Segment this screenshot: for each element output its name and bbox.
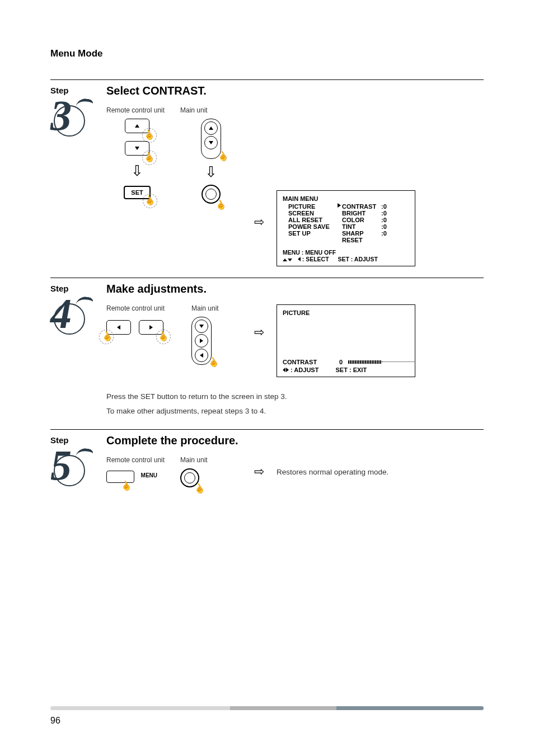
remote-label: Remote control unit [106, 304, 179, 313]
step3-heading: Select CONTRAST. [106, 84, 484, 97]
triangle-down-icon [199, 325, 204, 328]
step-3: Step 3 Select CONTRAST. Remote control u… [50, 79, 484, 278]
osd-left-item: POWER SAVE [288, 223, 338, 230]
step-4: Step 4 Make adjustments. Remote control … [50, 278, 484, 429]
triangle-down-icon [135, 147, 139, 150]
section-header: Menu Mode [50, 48, 484, 59]
main-enter-knob[interactable]: ☝ [180, 468, 199, 487]
triangle-down-icon [209, 141, 213, 144]
triangle-up-icon [135, 124, 139, 128]
footer-accent-bar [50, 706, 484, 710]
remote-label: Remote control unit [106, 456, 168, 465]
page-number: 96 [50, 716, 60, 726]
osd-left-item: PICTURE [288, 203, 338, 210]
osd-footer: MENU : MENU OFF : SELECT SET : ADJUST [283, 249, 409, 262]
remote-label: Remote control unit [106, 106, 168, 115]
remote-right-button[interactable]: ☝ [139, 320, 163, 335]
right-arrow-icon: ⇨ [254, 326, 264, 339]
step5-result: Restores normal operating mode. [277, 456, 388, 487]
right-arrow-icon: ⇨ [254, 466, 264, 478]
osd-left-item: SET UP [288, 230, 338, 237]
osd-left-item: ALL RESET [288, 217, 338, 223]
osd-title: MAIN MENU [283, 195, 409, 202]
triangle-left-icon [117, 325, 120, 330]
main-unit-label: Main unit [180, 106, 242, 115]
hand-press-icon: ☝ [119, 478, 134, 493]
step-number-4: 4 [50, 295, 90, 338]
osd-main-menu: MAIN MENU PICTURE SCREEN ALL RESET POWER… [277, 190, 415, 266]
main-enter-knob[interactable]: ☝ [202, 185, 221, 204]
main-nav-knob[interactable]: ☝ [201, 119, 221, 159]
osd-left-item: SCREEN [288, 210, 338, 217]
triangle-right-icon [200, 339, 203, 343]
down-arrow-icon: ⇩ [131, 163, 143, 178]
step4-body-1: Press the SET button to return to the sc… [106, 389, 484, 404]
main-nav-knob[interactable]: ☝ [191, 317, 212, 365]
osd-picture-adjust: PICTURE CONTRAST 0 : ADJUST [277, 304, 415, 377]
step5-heading: Complete the procedure. [106, 434, 484, 447]
hand-press-icon: ☝ [213, 198, 228, 212]
step-5: Step 5 Complete the procedure. Remote co… [50, 429, 484, 501]
osd-title: PICTURE [283, 309, 409, 316]
step-number-3: 3 [50, 97, 90, 140]
step4-heading: Make adjustments. [106, 283, 484, 295]
selector-arrow-icon [338, 203, 341, 208]
main-unit-label: Main unit [180, 456, 242, 465]
triangle-left-icon [200, 353, 203, 358]
step4-body-2: To make other adjustments, repeat steps … [106, 404, 484, 419]
remote-left-button[interactable]: ☝ [106, 320, 131, 335]
remote-menu-button[interactable]: MENU ☝ [106, 471, 134, 483]
down-arrow-icon: ⇩ [205, 165, 217, 179]
menu-label: MENU [141, 472, 157, 478]
triangle-right-icon [149, 325, 153, 330]
adjustment-bar [348, 360, 415, 364]
step-number-5: 5 [50, 447, 90, 490]
remote-up-button[interactable]: ☝ [125, 119, 149, 133]
remote-down-button[interactable]: ☝ [125, 141, 149, 156]
remote-set-button[interactable]: SET ☝ [124, 186, 151, 199]
right-arrow-icon: ⇨ [254, 216, 264, 228]
hand-press-icon: ☝ [192, 481, 207, 496]
main-unit-label: Main unit [191, 304, 242, 313]
triangle-up-icon [209, 126, 213, 130]
hand-press-icon: ☝ [216, 149, 231, 163]
